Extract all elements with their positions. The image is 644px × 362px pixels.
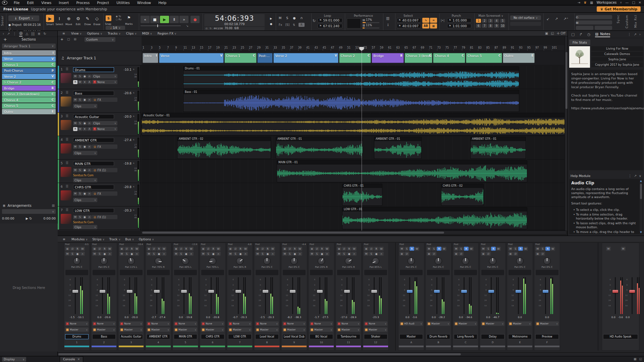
clip-header[interactable]: CHRS GTR - 02 xyxy=(441,184,483,188)
output-select[interactable]: OMaster∨ xyxy=(65,327,89,332)
strip-btn-∅[interactable]: ∅ xyxy=(342,247,346,251)
pan-knob[interactable] xyxy=(516,257,524,265)
track-btn-∗[interactable]: ∗ xyxy=(83,127,87,131)
sends-bin[interactable] xyxy=(310,270,333,275)
fader-cap[interactable] xyxy=(290,290,296,293)
sends-bin[interactable] xyxy=(228,270,251,275)
pan-knob[interactable] xyxy=(345,257,352,265)
track-lane[interactable]: Acoustic Guitar - 01 xyxy=(142,113,566,136)
tv-menu-midi[interactable]: MIDI ∨ xyxy=(139,32,155,35)
strip-btn-W[interactable]: W xyxy=(189,247,194,251)
track-btn-∩[interactable]: ∩ xyxy=(87,215,92,219)
monitor-row2[interactable]: Fx[S]⇅R xyxy=(279,23,305,27)
strip-btn-S[interactable]: S xyxy=(97,252,102,256)
section-intro[interactable]: IntroI xyxy=(2,50,56,56)
strip-btn-⊠[interactable]: ⊠ xyxy=(337,247,341,251)
collapse-caret-icon[interactable]: ∧ xyxy=(133,115,135,118)
sends-bin[interactable] xyxy=(400,270,423,275)
fader-value[interactable]: 0.0 xyxy=(97,316,101,319)
track-btn-∩[interactable]: ∩ xyxy=(87,121,92,125)
mixer-strip-bass[interactable]: Post⊠∅RWMS●∩Pan 0% C6061224540.0-20.6!No… xyxy=(91,243,117,351)
select-mode-1[interactable]: ≈ xyxy=(430,18,437,23)
strip-btn-M[interactable]: M xyxy=(535,247,540,251)
fader-value[interactable]: -23.3 xyxy=(372,316,379,319)
mixer-strip-low-gtr[interactable]: Post-6.8⊠∅RWMS●∩Pan 36% R606122454-0.7-2… xyxy=(227,243,253,351)
notes-popout-icon[interactable]: ↗ xyxy=(634,33,637,36)
strip-btn-M[interactable]: M xyxy=(337,252,341,256)
track-btn-A[interactable]: A xyxy=(87,80,92,84)
strip-btn-∅[interactable]: ∅ xyxy=(459,252,464,256)
collapse-caret-icon[interactable]: ∧ xyxy=(133,209,135,212)
tab-console[interactable]: Console✕ xyxy=(60,356,83,362)
fader-value[interactable]: -8.2 xyxy=(287,316,292,319)
arranger-block-chorus-2[interactable]: Chorus 2C xyxy=(339,53,371,63)
monitor-btn2-0[interactable]: Fx xyxy=(279,23,282,26)
track-btn-●[interactable]: ● xyxy=(83,121,87,125)
panel-toggle-custom[interactable]: Custom xyxy=(625,15,629,28)
pan-knob[interactable] xyxy=(462,257,469,265)
track-btn-M[interactable]: M xyxy=(73,74,77,78)
bus-output-select[interactable]: OMaster∨ xyxy=(535,321,559,326)
artist-field[interactable]: Sophia Jane xyxy=(591,57,643,62)
strip-btn-●[interactable]: ● xyxy=(75,252,80,256)
fx-power-icon[interactable]: ⊙ xyxy=(94,216,96,219)
track-lane[interactable]: Drums - 01 xyxy=(142,66,566,89)
bus-output-select[interactable]: OMaster∨ xyxy=(427,321,450,326)
strip-btn-⊠[interactable]: ⊠ xyxy=(508,252,513,256)
clip-header[interactable]: AMBIENT GTR - 01 xyxy=(374,137,421,141)
track-btn-R[interactable]: R xyxy=(73,80,77,84)
display-dropdown[interactable]: Display∨ xyxy=(2,357,26,362)
track-btn-∗[interactable]: ∗ xyxy=(83,80,87,84)
scroll-down-icon[interactable]: ▼ xyxy=(640,231,642,234)
collapse-caret-icon[interactable]: ∧ xyxy=(133,92,135,94)
strip-btn-⊠[interactable]: ⊠ xyxy=(119,247,124,251)
fader-cap[interactable] xyxy=(235,290,241,293)
mixer-strip-drum-reverb[interactable]: PostMSRW⊠∅Pan 0% C6061224540.0-28.2OMast… xyxy=(425,243,451,351)
strip-btn-R[interactable]: R xyxy=(265,247,270,251)
input-select[interactable]: !None∨ xyxy=(201,321,224,326)
clips-pane[interactable]: Drums - 01Bass - 01Acoustic Guitar - 01A… xyxy=(142,66,566,231)
track-btn-∩[interactable]: ∩ xyxy=(87,168,92,172)
track-btn-S[interactable]: S xyxy=(78,192,82,196)
strip-btn-●[interactable]: ● xyxy=(347,252,352,256)
fader-value[interactable]: 0.0 xyxy=(486,316,490,319)
fader-cap[interactable] xyxy=(154,290,160,293)
snap-to-by-toggle[interactable]: ◉ To○ By xyxy=(116,15,121,21)
fader-cap[interactable] xyxy=(434,290,440,293)
track-btn-W[interactable]: W xyxy=(78,80,82,84)
track-btn-S[interactable]: S xyxy=(78,168,82,172)
mixer-strip-ambient-gtr[interactable]: Post⊠∅RWMS●∩Pan 70% R606122454-2.7-27.4!… xyxy=(145,243,171,351)
track-name-input[interactable]: MAIN GTR xyxy=(73,161,114,166)
track-lane[interactable]: LOW GTR - 01 xyxy=(142,206,566,230)
clip-header[interactable]: Bass - 01 xyxy=(183,90,519,94)
clip-header[interactable]: AMBIENT GTR - 01 xyxy=(276,137,363,141)
sends-bin[interactable] xyxy=(454,270,477,275)
audio-clip[interactable]: MAIN GTR - 01 xyxy=(277,160,527,182)
clip-header[interactable]: Drums - 01 xyxy=(183,67,519,71)
strip-btn-⊠[interactable]: ⊠ xyxy=(454,252,459,256)
panel-toggle-sync[interactable]: Sync xyxy=(616,15,620,23)
timeline-ruler[interactable]: 1357911131517192123252729313335373941434… xyxy=(142,45,566,51)
strip-btn-W[interactable]: W xyxy=(523,247,528,251)
screenset-9[interactable]: 9 xyxy=(494,24,499,28)
strip-btn-W[interactable]: W xyxy=(80,247,85,251)
track-select-clips[interactable]: Clips∨ xyxy=(73,225,97,229)
tab-plugins-icon[interactable]: ||| xyxy=(31,32,35,36)
track-btn-S[interactable]: S xyxy=(78,98,82,102)
strip-btn-⊠[interactable]: ⊠ xyxy=(65,247,70,251)
pan-knob[interactable] xyxy=(435,257,442,265)
track-grip-icon[interactable]: |||| xyxy=(66,114,68,117)
track-btn-M[interactable]: M xyxy=(73,145,77,149)
output-select[interactable]: OMaster∨ xyxy=(255,327,279,332)
fader-value[interactable]: 0.0 xyxy=(179,316,183,319)
maximize-button[interactable]: □ xyxy=(632,1,635,4)
pan-knob[interactable] xyxy=(127,257,135,265)
fast-forward-button[interactable]: » xyxy=(179,16,189,23)
strip-btn-∅[interactable]: ∅ xyxy=(513,252,518,256)
strip-btn-R[interactable]: R xyxy=(374,247,379,251)
audio-clip[interactable]: AMBIENT GTR - 01 xyxy=(374,137,422,159)
strip-btn-R[interactable]: R xyxy=(102,247,107,251)
strip-btn-S[interactable]: S xyxy=(152,252,156,256)
punch-end[interactable]: ⚑1:01:000 xyxy=(447,24,471,28)
tv-menu-view[interactable]: View ∨ xyxy=(68,32,84,35)
